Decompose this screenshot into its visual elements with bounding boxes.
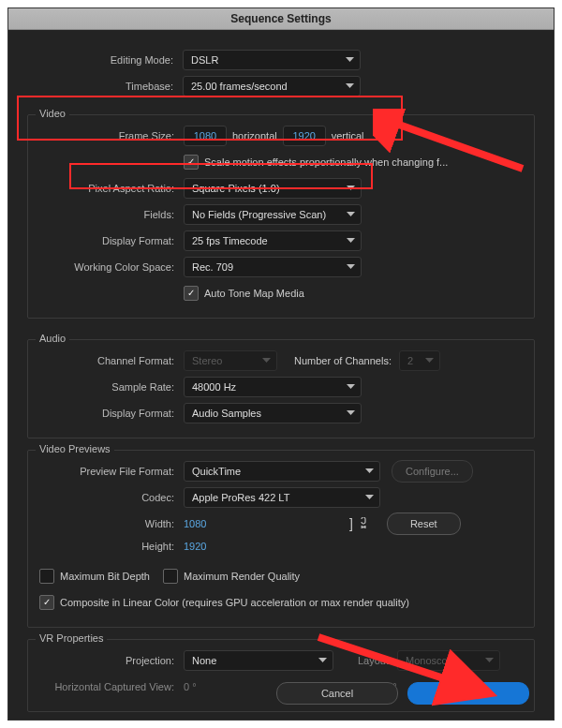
horizontal-captured-view-label: Horizontal Captured View:	[39, 681, 184, 692]
chevron-down-icon	[347, 410, 355, 416]
audio-group: Audio Channel Format: Stereo Number of C…	[27, 339, 535, 438]
chevron-down-icon	[425, 358, 434, 364]
editing-mode-label: Editing Mode:	[27, 54, 183, 66]
horizontal-label: horizontal	[227, 130, 283, 141]
channel-format-label: Channel Format:	[39, 355, 184, 366]
configure-button: Configure...	[392, 460, 473, 483]
timebase-label: Timebase:	[27, 81, 183, 92]
chevron-down-icon	[346, 57, 354, 63]
sample-rate-select[interactable]: 48000 Hz	[184, 377, 362, 397]
auto-tone-map-checkbox[interactable]	[184, 286, 199, 301]
display-format-select[interactable]: 25 fps Timecode	[184, 230, 362, 251]
projection-label: Projection:	[39, 655, 184, 666]
max-bit-depth-label: Maximum Bit Depth	[60, 571, 150, 582]
window-title: Sequence Settings	[8, 8, 554, 30]
link-icon[interactable]	[353, 517, 374, 530]
chevron-down-icon	[346, 83, 354, 89]
scale-motion-label: Scale motion effects proportionally when…	[204, 156, 448, 168]
layout-select: Monoscopic	[397, 650, 500, 671]
max-bit-depth-checkbox[interactable]	[39, 569, 54, 584]
frame-size-horizontal-input[interactable]: 1080	[184, 126, 227, 146]
max-render-quality-checkbox[interactable]	[163, 569, 178, 584]
channel-format-value: Stereo	[192, 355, 222, 366]
sample-rate-label: Sample Rate:	[39, 381, 184, 393]
fields-value: No Fields (Progressive Scan)	[192, 209, 326, 220]
sequence-settings-window: Sequence Settings Editing Mode: DSLR Tim…	[7, 7, 555, 721]
frame-size-vertical-input[interactable]: 1920	[283, 126, 326, 146]
audio-display-format-value: Audio Samples	[192, 408, 261, 419]
display-format-value: 25 fps Timecode	[192, 235, 268, 246]
working-color-space-select[interactable]: Rec. 709	[184, 257, 362, 277]
ok-button[interactable]: OK	[407, 682, 529, 705]
preview-file-format-select[interactable]: QuickTime	[184, 461, 380, 482]
codec-value: Apple ProRes 422 LT	[192, 492, 289, 503]
number-of-channels-select: 2	[399, 350, 440, 371]
video-previews-group: Video Previews Preview File Format: Quic…	[27, 450, 535, 628]
timebase-value: 25.00 frames/second	[191, 81, 288, 92]
cancel-button[interactable]: Cancel	[276, 682, 398, 705]
video-group-title: Video	[36, 108, 69, 119]
working-color-space-label: Working Color Space:	[39, 261, 184, 273]
codec-label: Codec:	[39, 492, 184, 503]
fields-label: Fields:	[39, 209, 184, 220]
chevron-down-icon	[347, 384, 355, 390]
projection-select[interactable]: None	[184, 650, 333, 671]
display-format-label: Display Format:	[39, 235, 184, 246]
editing-mode-value: DSLR	[191, 54, 218, 66]
vr-properties-group-title: VR Properties	[36, 632, 107, 644]
preview-file-format-label: Preview File Format:	[39, 466, 184, 477]
number-of-channels-value: 2	[407, 355, 413, 366]
pixel-aspect-ratio-select[interactable]: Square Pixels (1.0)	[184, 178, 362, 199]
layout-label: Layout:	[358, 655, 392, 666]
frame-size-label: Frame Size:	[39, 130, 184, 141]
chevron-down-icon	[318, 658, 327, 663]
chevron-down-icon	[365, 495, 374, 500]
pixel-aspect-ratio-label: Pixel Aspect Ratio:	[39, 183, 184, 194]
video-previews-group-title: Video Previews	[36, 443, 114, 454]
sample-rate-value: 48000 Hz	[192, 381, 236, 393]
chevron-down-icon	[347, 264, 355, 270]
channel-format-select: Stereo	[184, 350, 277, 371]
chevron-down-icon	[485, 658, 494, 663]
fields-select[interactable]: No Fields (Progressive Scan)	[184, 204, 362, 225]
reset-button[interactable]: Reset	[387, 513, 461, 535]
layout-value: Monoscopic	[406, 655, 461, 666]
chevron-down-icon	[347, 212, 355, 217]
vertical-label: vertical	[326, 130, 370, 141]
chevron-down-icon	[365, 468, 374, 474]
preview-width-label: Width:	[39, 518, 184, 529]
composite-linear-checkbox[interactable]	[39, 595, 54, 610]
preview-height-input[interactable]: 1920	[184, 541, 232, 552]
audio-display-format-select[interactable]: Audio Samples	[184, 403, 362, 423]
chevron-down-icon	[262, 358, 271, 364]
preview-width-input[interactable]: 1080	[184, 518, 232, 529]
max-render-quality-label: Maximum Render Quality	[184, 571, 300, 582]
chevron-down-icon	[347, 238, 355, 244]
working-color-space-value: Rec. 709	[192, 261, 233, 273]
preview-height-label: Height:	[39, 541, 184, 552]
auto-tone-map-label: Auto Tone Map Media	[204, 288, 304, 299]
preview-file-format-value: QuickTime	[192, 466, 241, 477]
editing-mode-select[interactable]: DSLR	[183, 50, 361, 70]
pixel-aspect-ratio-value: Square Pixels (1.0)	[192, 183, 280, 194]
audio-display-format-label: Display Format:	[39, 408, 184, 419]
scale-motion-checkbox[interactable]	[184, 155, 199, 170]
aspect-ratio-display: 9:16	[370, 130, 401, 141]
video-group: Video Frame Size: 1080 horizontal 1920 v…	[27, 114, 535, 319]
number-of-channels-label: Number of Channels:	[294, 355, 392, 366]
codec-select[interactable]: Apple ProRes 422 LT	[184, 487, 380, 508]
audio-group-title: Audio	[36, 333, 69, 344]
timebase-select[interactable]: 25.00 frames/second	[183, 76, 361, 97]
projection-value: None	[192, 655, 216, 666]
chevron-down-icon	[347, 186, 355, 191]
composite-linear-label: Composite in Linear Color (requires GPU …	[60, 597, 409, 608]
